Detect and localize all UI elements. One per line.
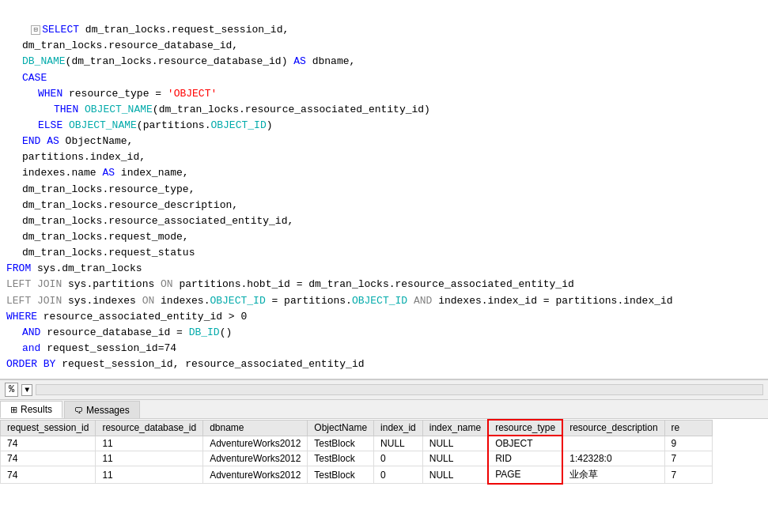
cell-resource_database_id: 11 [96,436,203,451]
cell-index_id: 0 [374,451,423,466]
cell-resource_type: OBJECT [488,436,562,451]
col-header-index-id: index_id [374,420,423,436]
cell-resource_description: 1:42328:0 [562,451,664,466]
cell-index_id: NULL [374,436,423,451]
cell-ObjectName: TestBlock [308,451,374,466]
sql-editor: ⊟SELECT dm_tran_locks.request_session_id… [0,0,768,379]
col-header-index-name: index_name [422,420,488,436]
zoom-dropdown[interactable]: ▼ [21,384,32,396]
tab-messages[interactable]: 🗨 Messages [64,401,140,418]
cell-index_name: NULL [422,436,488,451]
code-content[interactable]: ⊟SELECT dm_tran_locks.request_session_id… [0,3,768,379]
messages-icon: 🗨 [74,406,83,415]
col-header-resource-database-id: resource_database_id [96,420,203,436]
table-row: 7411AdventureWorks2012TestBlockNULLNULLO… [1,436,713,451]
cell-dbname: AdventureWorks2012 [203,436,308,451]
tab-results[interactable]: ⊞ Results [0,401,62,418]
cell-resource_database_id: 11 [96,466,203,484]
horizontal-scrollbar[interactable] [36,384,763,395]
cell-re: 7 [664,466,712,484]
results-panel: ⊞ Results 🗨 Messages request_session_id … [0,400,768,532]
results-table-container[interactable]: request_session_id resource_database_id … [0,419,768,532]
col-header-dbname: dbname [203,420,308,436]
col-header-objectname: ObjectName [308,420,374,436]
cell-request_session_id: 74 [1,436,96,451]
table-header-row: request_session_id resource_database_id … [1,420,713,436]
cell-request_session_id: 74 [1,451,96,466]
col-header-resource-description: resource_description [562,420,664,436]
cell-re: 7 [664,451,712,466]
table-body: 7411AdventureWorks2012TestBlockNULLNULLO… [1,436,713,484]
results-icon: ⊞ [10,405,17,415]
cell-dbname: AdventureWorks2012 [203,466,308,484]
cell-index_name: NULL [422,451,488,466]
collapse-icon[interactable]: ⊟ [31,25,40,35]
cell-dbname: AdventureWorks2012 [203,451,308,466]
table-row: 7411AdventureWorks2012TestBlock0NULLPAGE… [1,466,713,484]
cell-resource_description [562,436,664,451]
col-header-request-session-id: request_session_id [1,420,96,436]
editor-toolbar: % ▼ [0,379,768,400]
zoom-percent[interactable]: % [5,383,18,397]
cell-index_name: NULL [422,466,488,484]
cell-ObjectName: TestBlock [308,466,374,484]
col-header-resource-type: resource_type [488,420,562,436]
keyword-case: CASE [22,72,47,84]
cell-request_session_id: 74 [1,466,96,484]
cell-ObjectName: TestBlock [308,436,374,451]
results-tabs: ⊞ Results 🗨 Messages [0,400,768,419]
cell-resource_database_id: 11 [96,451,203,466]
cell-index_id: 0 [374,466,423,484]
col-header-re: re [664,420,712,436]
results-table: request_session_id resource_database_id … [0,419,713,485]
keyword-select: SELECT [42,24,85,36]
cell-resource_description: 业余草 [562,466,664,484]
cell-re: 9 [664,436,712,451]
cell-resource_type: RID [488,451,562,466]
table-row: 7411AdventureWorks2012TestBlock0NULLRID1… [1,451,713,466]
cell-resource_type: PAGE [488,466,562,484]
